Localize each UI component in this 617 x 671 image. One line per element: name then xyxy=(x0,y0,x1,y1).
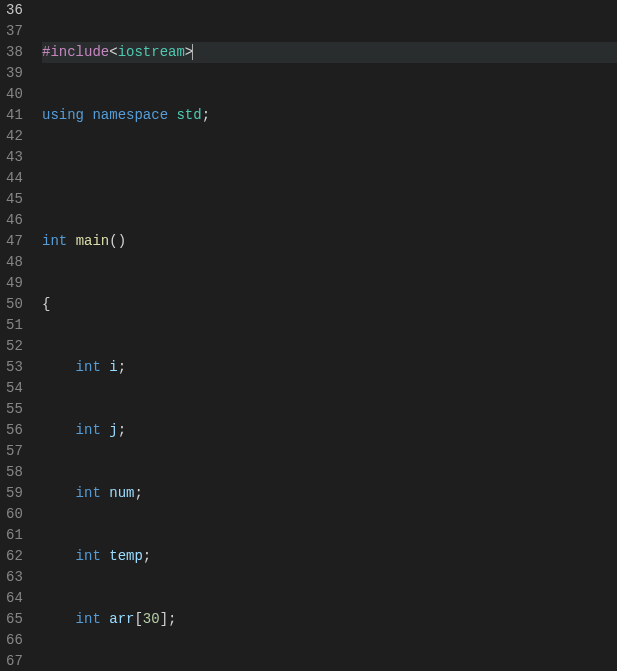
code-line[interactable]: #include<iostream> xyxy=(42,42,617,63)
line-number: 48 xyxy=(6,252,22,273)
code-editor[interactable]: 3637383940414243444546474849505152535455… xyxy=(0,0,617,671)
preproc-directive: #include xyxy=(42,44,109,60)
line-number: 43 xyxy=(6,147,22,168)
line-number: 60 xyxy=(6,504,22,525)
header-name: iostream xyxy=(118,44,185,60)
line-number: 59 xyxy=(6,483,22,504)
line-number: 63 xyxy=(6,567,22,588)
line-number: 67 xyxy=(6,651,22,671)
line-number: 56 xyxy=(6,420,22,441)
code-line[interactable]: using namespace std; xyxy=(42,105,617,126)
line-number: 38 xyxy=(6,42,22,63)
line-number: 58 xyxy=(6,462,22,483)
code-line[interactable]: int i; xyxy=(42,357,617,378)
line-number-gutter: 3637383940414243444546474849505152535455… xyxy=(0,0,36,671)
code-line[interactable]: int temp; xyxy=(42,546,617,567)
line-number: 53 xyxy=(6,357,22,378)
line-number: 49 xyxy=(6,273,22,294)
line-number: 55 xyxy=(6,399,22,420)
line-number: 51 xyxy=(6,315,22,336)
line-number: 36 xyxy=(6,0,22,21)
line-number: 46 xyxy=(6,210,22,231)
text-cursor xyxy=(192,44,193,60)
line-number: 66 xyxy=(6,630,22,651)
line-number: 52 xyxy=(6,336,22,357)
line-number: 45 xyxy=(6,189,22,210)
code-line[interactable]: int main() xyxy=(42,231,617,252)
line-number: 37 xyxy=(6,21,22,42)
line-number: 39 xyxy=(6,63,22,84)
line-number: 41 xyxy=(6,105,22,126)
code-area[interactable]: #include<iostream> using namespace std; … xyxy=(36,0,617,671)
line-number: 62 xyxy=(6,546,22,567)
code-line[interactable]: int arr[30]; xyxy=(42,609,617,630)
line-number: 50 xyxy=(6,294,22,315)
line-number: 64 xyxy=(6,588,22,609)
function-name: main xyxy=(76,233,110,249)
line-number: 42 xyxy=(6,126,22,147)
line-number: 57 xyxy=(6,441,22,462)
code-line[interactable] xyxy=(42,168,617,189)
line-number: 61 xyxy=(6,525,22,546)
line-number: 40 xyxy=(6,84,22,105)
line-number: 54 xyxy=(6,378,22,399)
code-line[interactable]: int j; xyxy=(42,420,617,441)
line-number: 65 xyxy=(6,609,22,630)
code-line[interactable]: int num; xyxy=(42,483,617,504)
code-line[interactable]: { xyxy=(42,294,617,315)
line-number: 44 xyxy=(6,168,22,189)
line-number: 47 xyxy=(6,231,22,252)
